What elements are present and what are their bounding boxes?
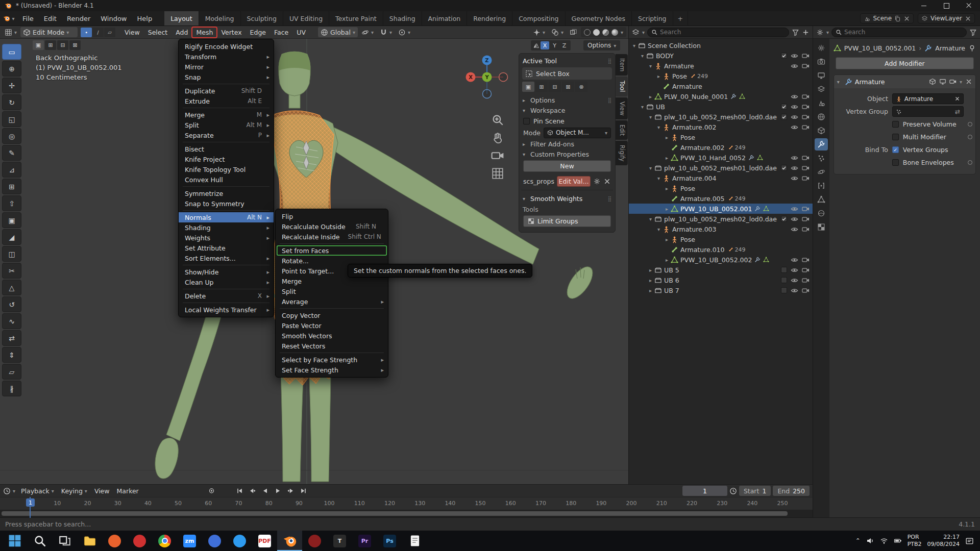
- outliner-row-pose[interactable]: ▸Pose: [629, 234, 813, 244]
- outliner-row-ub-7[interactable]: ▸UB 7: [629, 285, 813, 295]
- mesh-menu-item-mirror[interactable]: Mirror▸: [179, 62, 274, 72]
- pan-hand-icon[interactable]: [491, 131, 504, 144]
- shrink-fatten-tool[interactable]: ⇕: [2, 347, 21, 363]
- breadcrumb-modifier[interactable]: Armature: [935, 44, 965, 52]
- premiere-icon[interactable]: Pr: [352, 531, 377, 551]
- hidden-icons-chevron[interactable]: ⌃: [855, 537, 861, 544]
- sidebar-tab-rigify[interactable]: Rigify: [616, 141, 628, 165]
- zoom-icon[interactable]: [227, 531, 252, 551]
- workspace-tab-uv-editing[interactable]: UV Editing: [283, 11, 329, 26]
- toggle-ortho-icon[interactable]: [491, 167, 504, 180]
- workspace-tab-animation[interactable]: Animation: [422, 11, 468, 26]
- hide-eye-icon[interactable]: [791, 215, 798, 223]
- proportional-editing-dropdown[interactable]: ▾: [396, 27, 413, 37]
- modifier-panel-header[interactable]: ▾ Armature ▾: [834, 75, 975, 88]
- volume-icon[interactable]: [866, 537, 874, 545]
- mesh-menu-item-show-hide[interactable]: Show/Hide▸: [179, 267, 274, 277]
- expand-toggle-icon[interactable]: ▾: [655, 124, 662, 130]
- maximize-button[interactable]: [935, 0, 958, 11]
- outliner-row-armature[interactable]: Armature: [629, 81, 813, 91]
- network-icon[interactable]: [880, 537, 888, 545]
- mesh-menu-item-convex-hull[interactable]: Convex Hull: [179, 174, 274, 185]
- inset-faces-tool[interactable]: ▣: [2, 212, 21, 228]
- exclude-checkbox[interactable]: [781, 277, 787, 283]
- menu-add[interactable]: Add: [172, 27, 192, 38]
- mode-dropdown[interactable]: Edit Mode▾: [20, 27, 78, 37]
- transform-orientation-dropdown[interactable]: Global▾: [318, 27, 358, 37]
- filter-icon[interactable]: [969, 29, 977, 36]
- timeline-scrollbar[interactable]: [0, 510, 813, 517]
- measure-tool[interactable]: ⊿: [2, 162, 21, 178]
- decorator-dot-icon[interactable]: [968, 122, 972, 127]
- app-blue-icon[interactable]: [202, 531, 227, 551]
- filter-addons-header[interactable]: ▸Filter Add-ons: [521, 139, 613, 149]
- smooth-tool[interactable]: ∿: [2, 313, 21, 329]
- annotate-tool[interactable]: ✎: [2, 145, 21, 161]
- hide-eye-icon[interactable]: [791, 113, 798, 121]
- material-properties-tab[interactable]: [815, 207, 828, 219]
- vertex-group-field[interactable]: ⇄: [892, 106, 964, 117]
- exclude-checkbox[interactable]: [781, 216, 787, 222]
- notification-center-icon[interactable]: [965, 537, 974, 545]
- mesh-menu-item-symmetrize[interactable]: Symmetrize: [179, 188, 274, 198]
- mesh-menu-item-separate[interactable]: SeparateP▸: [179, 130, 274, 140]
- expand-toggle-icon[interactable]: ▾: [655, 227, 662, 232]
- exclude-checkbox[interactable]: [781, 165, 787, 171]
- mesh-menu-item-shading[interactable]: Shading▸: [179, 222, 274, 233]
- modifiers-properties-tab[interactable]: [815, 138, 828, 151]
- poly-build-tool[interactable]: △: [2, 280, 21, 295]
- rip-region-tool[interactable]: ∦: [2, 381, 21, 396]
- active-tool-button[interactable]: Select Box: [522, 67, 612, 80]
- use-preview-range-icon[interactable]: [729, 487, 737, 495]
- move-tool[interactable]: ✢: [2, 78, 21, 93]
- workspace-tab-modeling[interactable]: Modeling: [199, 11, 241, 26]
- pin-id-icon[interactable]: [968, 44, 976, 52]
- clear-object-icon[interactable]: [954, 96, 960, 102]
- mode-subtract-icon[interactable]: ⊟: [549, 82, 561, 92]
- obs-icon[interactable]: [302, 531, 327, 551]
- menu-select[interactable]: Select: [144, 27, 172, 38]
- extrude-region-tool[interactable]: ⇧: [2, 195, 21, 211]
- new-scene-icon[interactable]: [894, 15, 901, 22]
- properties-search[interactable]: [831, 28, 967, 37]
- mesh-menu-item-snap[interactable]: Snap▸: [179, 72, 274, 82]
- exclude-checkbox[interactable]: [781, 53, 787, 59]
- menu-edge[interactable]: Edge: [246, 27, 270, 38]
- expand-toggle-icon[interactable]: ▸: [664, 155, 670, 161]
- normals-menu-item-flip[interactable]: Flip: [276, 211, 388, 221]
- rotate-tool[interactable]: ↻: [2, 94, 21, 110]
- chrome-icon[interactable]: [152, 531, 177, 551]
- add-workspace-button[interactable]: +: [673, 11, 688, 26]
- data-properties-tab[interactable]: [815, 193, 828, 206]
- sidebar-tab-edit[interactable]: Edit: [616, 120, 628, 140]
- navigation-gizmo[interactable]: Z X Y: [459, 49, 515, 106]
- sidebar-tab-tool[interactable]: Tool: [616, 77, 628, 96]
- media-player-icon[interactable]: [127, 531, 152, 551]
- expand-toggle-icon[interactable]: ▾: [631, 43, 638, 48]
- workspace-tab-sculpting[interactable]: Sculpting: [241, 11, 283, 26]
- custom-properties-header[interactable]: ▾Custom Properties: [521, 149, 613, 159]
- mesh-menu-item-extrude[interactable]: ExtrudeAlt E: [179, 96, 274, 106]
- normals-menu-item-recalculate-inside[interactable]: Recalculate InsideShift Ctrl N: [276, 232, 388, 242]
- hide-eye-icon[interactable]: [791, 226, 798, 233]
- timeline-menu-view[interactable]: View: [91, 487, 113, 495]
- workspace-tab-texture-paint[interactable]: Texture Paint: [329, 11, 383, 26]
- render-camera-icon[interactable]: [802, 266, 810, 274]
- snap-toggle[interactable]: ▾: [377, 27, 395, 37]
- mesh-menu-item-local-weights-transfer[interactable]: Local Weights Transfer▸: [179, 305, 274, 315]
- show-gizmo-dropdown[interactable]: ▾: [530, 27, 548, 37]
- sidebar-tab-view[interactable]: View: [616, 97, 628, 119]
- timeline-menu-playback[interactable]: Playback▾: [17, 487, 58, 495]
- render-camera-icon[interactable]: [802, 93, 810, 101]
- hide-eye-icon[interactable]: [791, 287, 798, 294]
- drag-handle-icon[interactable]: ⣿: [608, 58, 611, 64]
- properties-editor-type-icon[interactable]: [816, 29, 824, 36]
- expand-toggle-icon[interactable]: ▾: [647, 63, 654, 69]
- cursor-tool[interactable]: ⊕: [2, 61, 21, 77]
- mesh-menu-item-weights[interactable]: Weights▸: [179, 233, 274, 243]
- select-extend-icon[interactable]: ⊞: [45, 40, 56, 50]
- render-camera-icon[interactable]: [802, 52, 810, 60]
- outliner-row-pvw-10-hand-0052[interactable]: ▸PVW_10_Hand_0052: [629, 153, 813, 163]
- select-invert-icon[interactable]: ⊠: [69, 40, 81, 50]
- modifier-extras-icon[interactable]: ▾: [960, 79, 962, 85]
